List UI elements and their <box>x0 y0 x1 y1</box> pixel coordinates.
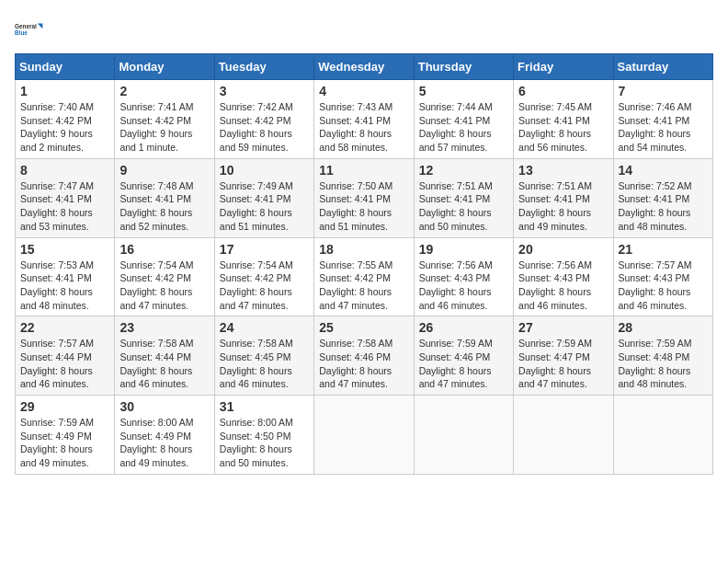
page-header: GeneralBlue <box>15 15 713 44</box>
header-saturday: Saturday <box>613 54 712 80</box>
calendar-cell: 18 Sunrise: 7:55 AMSunset: 4:42 PMDaylig… <box>314 237 414 316</box>
header-wednesday: Wednesday <box>314 54 414 80</box>
calendar-cell: 1 Sunrise: 7:40 AMSunset: 4:42 PMDayligh… <box>16 80 115 159</box>
calendar-cell: 17 Sunrise: 7:54 AMSunset: 4:42 PMDaylig… <box>214 237 313 316</box>
day-info: Sunrise: 7:40 AMSunset: 4:42 PMDaylight:… <box>20 100 109 155</box>
calendar-week-5: 29 Sunrise: 7:59 AMSunset: 4:49 PMDaylig… <box>16 396 713 475</box>
day-number: 13 <box>518 163 608 178</box>
calendar-cell: 8 Sunrise: 7:47 AMSunset: 4:41 PMDayligh… <box>16 158 115 237</box>
day-number: 10 <box>220 163 309 178</box>
day-number: 14 <box>619 163 708 178</box>
calendar-cell: 9 Sunrise: 7:48 AMSunset: 4:41 PMDayligh… <box>115 158 214 237</box>
calendar-cell: 19 Sunrise: 7:56 AMSunset: 4:43 PMDaylig… <box>414 237 513 316</box>
svg-text:General: General <box>15 23 37 29</box>
day-number: 26 <box>419 320 508 335</box>
calendar-cell: 6 Sunrise: 7:45 AMSunset: 4:41 PMDayligh… <box>514 80 613 159</box>
day-info: Sunrise: 7:59 AMSunset: 4:46 PMDaylight:… <box>419 337 508 391</box>
calendar-cell <box>314 396 414 475</box>
calendar-cell: 21 Sunrise: 7:57 AMSunset: 4:43 PMDaylig… <box>613 237 712 316</box>
day-info: Sunrise: 7:44 AMSunset: 4:41 PMDaylight:… <box>419 100 508 155</box>
day-number: 18 <box>319 242 408 257</box>
day-info: Sunrise: 7:42 AMSunset: 4:42 PMDaylight:… <box>220 100 309 155</box>
day-number: 20 <box>518 242 608 257</box>
header-tuesday: Tuesday <box>214 54 313 80</box>
calendar-cell <box>414 396 513 475</box>
day-number: 5 <box>419 84 508 98</box>
day-info: Sunrise: 7:49 AMSunset: 4:41 PMDaylight:… <box>220 179 309 234</box>
calendar-cell: 25 Sunrise: 7:58 AMSunset: 4:46 PMDaylig… <box>314 316 414 396</box>
day-info: Sunrise: 7:54 AMSunset: 4:42 PMDaylight:… <box>220 259 309 313</box>
day-number: 31 <box>220 399 309 414</box>
calendar-cell: 15 Sunrise: 7:53 AMSunset: 4:41 PMDaylig… <box>16 237 115 316</box>
day-info: Sunrise: 7:56 AMSunset: 4:43 PMDaylight:… <box>518 259 608 313</box>
day-number: 7 <box>619 84 708 98</box>
day-info: Sunrise: 8:00 AMSunset: 4:49 PMDaylight:… <box>119 416 209 470</box>
day-info: Sunrise: 7:50 AMSunset: 4:41 PMDaylight:… <box>319 179 408 234</box>
calendar-cell: 10 Sunrise: 7:49 AMSunset: 4:41 PMDaylig… <box>214 158 313 237</box>
calendar-cell: 11 Sunrise: 7:50 AMSunset: 4:41 PMDaylig… <box>314 158 414 237</box>
day-info: Sunrise: 7:58 AMSunset: 4:44 PMDaylight:… <box>119 337 209 391</box>
calendar-cell: 23 Sunrise: 7:58 AMSunset: 4:44 PMDaylig… <box>115 316 214 396</box>
calendar-cell: 7 Sunrise: 7:46 AMSunset: 4:41 PMDayligh… <box>613 80 712 159</box>
day-number: 21 <box>619 242 708 257</box>
day-info: Sunrise: 7:45 AMSunset: 4:41 PMDaylight:… <box>518 100 608 155</box>
day-number: 25 <box>319 320 408 335</box>
day-info: Sunrise: 7:58 AMSunset: 4:46 PMDaylight:… <box>319 337 408 391</box>
day-number: 1 <box>20 84 109 98</box>
day-info: Sunrise: 7:48 AMSunset: 4:41 PMDaylight:… <box>119 179 209 234</box>
day-number: 12 <box>419 163 508 178</box>
logo: GeneralBlue <box>15 15 44 44</box>
day-number: 28 <box>619 320 708 335</box>
calendar-cell: 31 Sunrise: 8:00 AMSunset: 4:50 PMDaylig… <box>214 396 313 475</box>
day-number: 2 <box>119 84 209 98</box>
day-info: Sunrise: 8:00 AMSunset: 4:50 PMDaylight:… <box>220 416 309 470</box>
calendar-cell: 13 Sunrise: 7:51 AMSunset: 4:41 PMDaylig… <box>514 158 613 237</box>
day-info: Sunrise: 7:51 AMSunset: 4:41 PMDaylight:… <box>419 179 508 234</box>
day-number: 6 <box>518 84 608 98</box>
day-number: 22 <box>20 320 109 335</box>
calendar-cell: 26 Sunrise: 7:59 AMSunset: 4:46 PMDaylig… <box>414 316 513 396</box>
svg-marker-2 <box>38 24 43 29</box>
calendar-cell: 5 Sunrise: 7:44 AMSunset: 4:41 PMDayligh… <box>414 80 513 159</box>
day-info: Sunrise: 7:46 AMSunset: 4:41 PMDaylight:… <box>619 100 708 155</box>
day-info: Sunrise: 7:52 AMSunset: 4:41 PMDaylight:… <box>619 179 708 234</box>
day-info: Sunrise: 7:58 AMSunset: 4:45 PMDaylight:… <box>220 337 309 391</box>
day-info: Sunrise: 7:59 AMSunset: 4:47 PMDaylight:… <box>518 337 608 391</box>
day-info: Sunrise: 7:57 AMSunset: 4:44 PMDaylight:… <box>20 337 109 391</box>
day-number: 15 <box>20 242 109 257</box>
day-number: 27 <box>518 320 608 335</box>
day-info: Sunrise: 7:56 AMSunset: 4:43 PMDaylight:… <box>419 259 508 313</box>
calendar-cell <box>613 396 712 475</box>
calendar-cell: 28 Sunrise: 7:59 AMSunset: 4:48 PMDaylig… <box>613 316 712 396</box>
calendar-cell: 14 Sunrise: 7:52 AMSunset: 4:41 PMDaylig… <box>613 158 712 237</box>
header-sunday: Sunday <box>16 54 115 80</box>
day-number: 24 <box>220 320 309 335</box>
calendar-cell <box>514 396 613 475</box>
calendar-cell: 24 Sunrise: 7:58 AMSunset: 4:45 PMDaylig… <box>214 316 313 396</box>
day-number: 29 <box>20 399 109 414</box>
day-number: 3 <box>220 84 309 98</box>
day-number: 9 <box>119 163 209 178</box>
calendar-cell: 22 Sunrise: 7:57 AMSunset: 4:44 PMDaylig… <box>16 316 115 396</box>
calendar-week-4: 22 Sunrise: 7:57 AMSunset: 4:44 PMDaylig… <box>16 316 713 396</box>
day-info: Sunrise: 7:59 AMSunset: 4:48 PMDaylight:… <box>619 337 708 391</box>
day-number: 4 <box>319 84 408 98</box>
day-info: Sunrise: 7:59 AMSunset: 4:49 PMDaylight:… <box>20 416 109 470</box>
day-number: 8 <box>20 163 109 178</box>
calendar-week-3: 15 Sunrise: 7:53 AMSunset: 4:41 PMDaylig… <box>16 237 713 316</box>
calendar-cell: 2 Sunrise: 7:41 AMSunset: 4:42 PMDayligh… <box>115 80 214 159</box>
day-info: Sunrise: 7:54 AMSunset: 4:42 PMDaylight:… <box>119 259 209 313</box>
calendar-cell: 4 Sunrise: 7:43 AMSunset: 4:41 PMDayligh… <box>314 80 414 159</box>
day-info: Sunrise: 7:47 AMSunset: 4:41 PMDaylight:… <box>20 179 109 234</box>
day-number: 17 <box>220 242 309 257</box>
logo-icon: GeneralBlue <box>15 15 44 44</box>
day-number: 19 <box>419 242 508 257</box>
day-info: Sunrise: 7:53 AMSunset: 4:41 PMDaylight:… <box>20 259 109 313</box>
calendar-cell: 16 Sunrise: 7:54 AMSunset: 4:42 PMDaylig… <box>115 237 214 316</box>
calendar-week-2: 8 Sunrise: 7:47 AMSunset: 4:41 PMDayligh… <box>16 158 713 237</box>
calendar-cell: 27 Sunrise: 7:59 AMSunset: 4:47 PMDaylig… <box>514 316 613 396</box>
header-monday: Monday <box>115 54 214 80</box>
header-friday: Friday <box>514 54 613 80</box>
calendar-week-1: 1 Sunrise: 7:40 AMSunset: 4:42 PMDayligh… <box>16 80 713 159</box>
calendar-table: SundayMondayTuesdayWednesdayThursdayFrid… <box>15 53 713 475</box>
